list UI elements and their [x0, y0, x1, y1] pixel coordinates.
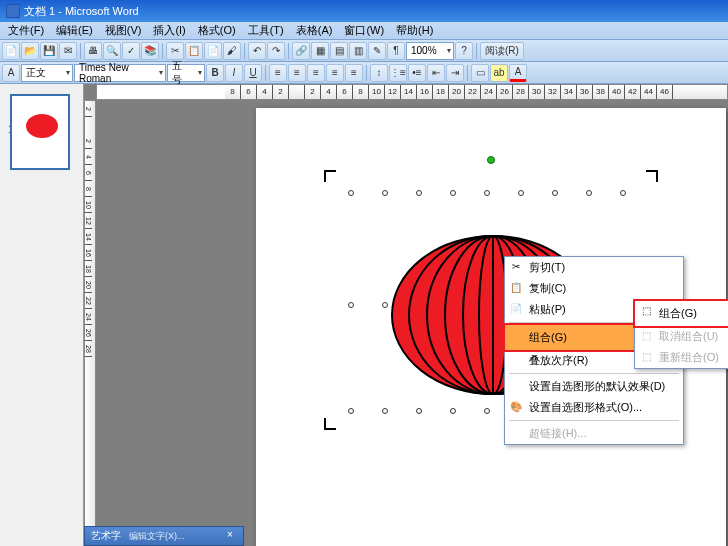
italic-button[interactable]: I [225, 64, 243, 82]
underline-button[interactable]: U [244, 64, 262, 82]
print-button[interactable]: 🖶 [84, 42, 102, 60]
ruler-tick: 16 [417, 85, 433, 99]
bold-button[interactable]: B [206, 64, 224, 82]
undo-button[interactable]: ↶ [248, 42, 266, 60]
highlight-button[interactable]: ab [490, 64, 508, 82]
wordart-toolbar[interactable]: 艺术字 编辑文字(X)... × [84, 526, 244, 546]
resize-handle[interactable] [382, 190, 388, 196]
cut-button[interactable]: ✂ [166, 42, 184, 60]
open-button[interactable]: 📂 [21, 42, 39, 60]
resize-handle[interactable] [586, 190, 592, 196]
close-icon[interactable]: × [223, 529, 237, 543]
line-spacing-button[interactable]: ↕ [370, 64, 388, 82]
ruler-tick: 20 [85, 277, 92, 293]
excel-button[interactable]: ▤ [330, 42, 348, 60]
copy-button[interactable]: 📋 [185, 42, 203, 60]
align-center-button[interactable]: ≡ [288, 64, 306, 82]
ruler-tick: 32 [545, 85, 561, 99]
menu-tools[interactable]: 工具(T) [242, 23, 290, 38]
horizontal-ruler[interactable]: 8642246810121416182022242628303234363840… [96, 84, 728, 100]
resize-handle[interactable] [450, 408, 456, 414]
menu-window[interactable]: 窗口(W) [338, 23, 390, 38]
wordart-edit-text[interactable]: 编辑文字(X)... [129, 530, 185, 543]
drawing-button[interactable]: ✎ [368, 42, 386, 60]
columns-button[interactable]: ▥ [349, 42, 367, 60]
paste-button[interactable]: 📄 [204, 42, 222, 60]
ruler-tick: 2 [85, 133, 92, 149]
resize-handle[interactable] [484, 190, 490, 196]
menu-file[interactable]: 文件(F) [2, 23, 50, 38]
distribute-button[interactable]: ≡ [345, 64, 363, 82]
ctx-sub-group[interactable]: ⬚组合(G) [633, 299, 728, 328]
menu-format[interactable]: 格式(O) [192, 23, 242, 38]
resize-handle[interactable] [348, 302, 354, 308]
ctx-order-label: 叠放次序(R) [529, 354, 588, 366]
ctx-set-default[interactable]: 设置自选图形的默认效果(D) [505, 376, 683, 397]
resize-handle[interactable] [518, 190, 524, 196]
indent-dec-button[interactable]: ⇤ [427, 64, 445, 82]
resize-handle[interactable] [620, 190, 626, 196]
help-button[interactable]: ? [455, 42, 473, 60]
ruler-tick: 26 [497, 85, 513, 99]
ruler-tick: 10 [369, 85, 385, 99]
separator [509, 373, 679, 374]
context-submenu-group: ⬚组合(G) ⬚取消组合(U) ⬚重新组合(O) [634, 300, 728, 369]
resize-handle[interactable] [348, 190, 354, 196]
ctx-paste-label: 粘贴(P) [529, 303, 566, 315]
resize-handle[interactable] [382, 408, 388, 414]
styles-button[interactable]: A [2, 64, 20, 82]
research-button[interactable]: 📚 [141, 42, 159, 60]
thumbnail-page-1[interactable] [10, 94, 70, 170]
resize-handle[interactable] [552, 190, 558, 196]
resize-handle[interactable] [348, 408, 354, 414]
style-combo[interactable]: 正文 [21, 64, 73, 82]
numbering-button[interactable]: ⋮≡ [389, 64, 407, 82]
menu-help[interactable]: 帮助(H) [390, 23, 439, 38]
ruler-tick [289, 85, 305, 99]
separator [467, 65, 468, 81]
size-combo[interactable]: 五号 [167, 64, 205, 82]
preview-button[interactable]: 🔍 [103, 42, 121, 60]
border-button[interactable]: ▭ [471, 64, 489, 82]
zoom-combo[interactable]: 100% [406, 42, 454, 60]
indent-inc-button[interactable]: ⇥ [446, 64, 464, 82]
menu-view[interactable]: 视图(V) [99, 23, 148, 38]
resize-handle[interactable] [416, 190, 422, 196]
rotate-handle[interactable] [487, 156, 495, 164]
table-button[interactable]: ▦ [311, 42, 329, 60]
ctx-format-shape[interactable]: 🎨设置自选图形格式(O)... [505, 397, 683, 418]
ctx-copy[interactable]: 📋复制(C) [505, 278, 683, 299]
menu-table[interactable]: 表格(A) [290, 23, 339, 38]
docmap-button[interactable]: ¶ [387, 42, 405, 60]
ruler-tick: 34 [561, 85, 577, 99]
read-button[interactable]: 阅读(R) [480, 42, 524, 60]
ctx-sub-regroup-label: 重新组合(O) [659, 351, 719, 363]
save-button[interactable]: 💾 [40, 42, 58, 60]
ruler-tick: 18 [433, 85, 449, 99]
font-combo[interactable]: Times New Roman [74, 64, 166, 82]
redo-button[interactable]: ↷ [267, 42, 285, 60]
new-doc-button[interactable]: 📄 [2, 42, 20, 60]
resize-handle[interactable] [450, 190, 456, 196]
format-painter-button[interactable]: 🖌 [223, 42, 241, 60]
hyperlink-button[interactable]: 🔗 [292, 42, 310, 60]
vertical-ruler[interactable]: 2246810121416182022242628 [84, 100, 96, 546]
ctx-cut[interactable]: ✂剪切(T) [505, 257, 683, 278]
menu-edit[interactable]: 编辑(E) [50, 23, 99, 38]
menu-insert[interactable]: 插入(I) [147, 23, 191, 38]
group-icon: ⬚ [639, 305, 653, 317]
resize-handle[interactable] [382, 302, 388, 308]
format-icon: 🎨 [509, 401, 523, 413]
cut-icon: ✂ [509, 261, 523, 273]
ruler-tick: 12 [385, 85, 401, 99]
bullets-button[interactable]: •≡ [408, 64, 426, 82]
resize-handle[interactable] [416, 408, 422, 414]
mail-button[interactable]: ✉ [59, 42, 77, 60]
resize-handle[interactable] [484, 408, 490, 414]
align-left-button[interactable]: ≡ [269, 64, 287, 82]
justify-button[interactable]: ≡ [326, 64, 344, 82]
ctx-sub-ungroup: ⬚取消组合(U) [635, 326, 728, 347]
font-color-button[interactable]: A [509, 64, 527, 82]
spell-button[interactable]: ✓ [122, 42, 140, 60]
align-right-button[interactable]: ≡ [307, 64, 325, 82]
